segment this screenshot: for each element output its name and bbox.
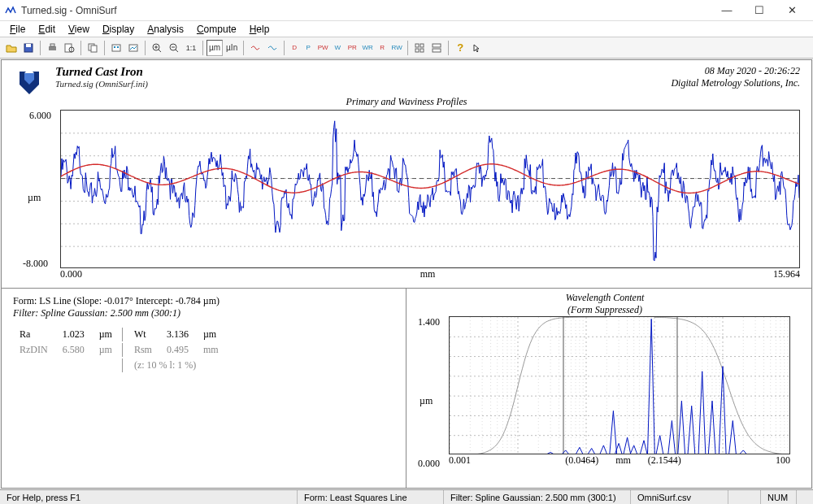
wl-ylabel: µm <box>420 394 433 406</box>
main-chart-xlabel: mm <box>82 268 773 280</box>
page-title: Turned Cast Iron <box>55 65 671 79</box>
status-help: For Help, press F1 <box>0 490 298 504</box>
btn-pw[interactable]: PW <box>315 40 330 56</box>
btn-w[interactable]: W <box>331 40 344 56</box>
titlebar: Turned.sig - OmniSurf — ☐ ✕ <box>0 0 813 21</box>
ra-unit: µm <box>94 328 120 341</box>
wl-xlabel: mm <box>615 454 631 466</box>
zoom-out-icon[interactable] <box>166 40 182 56</box>
close-button[interactable]: ✕ <box>776 1 808 20</box>
open-icon[interactable] <box>3 40 20 56</box>
svg-rect-23 <box>433 44 441 47</box>
unit-um-button[interactable]: µm <box>207 40 223 56</box>
btn-wr[interactable]: WR <box>360 40 375 56</box>
page-subtitle: Turned.sig (OmniSurf.ini) <box>55 79 671 89</box>
window-controls: — ☐ ✕ <box>711 1 808 20</box>
bottom-row: Form: LS Line (Slope: -0.017° Intercept:… <box>2 288 811 488</box>
wavelength-chart-canvas[interactable] <box>449 316 790 454</box>
wt-unit: µm <box>198 328 227 341</box>
menu-view[interactable]: View <box>62 22 96 37</box>
wl-xtick-min: 0.001 <box>449 454 471 467</box>
header-datetime: 08 May 2020 - 20:26:22 <box>671 65 800 77</box>
svg-line-17 <box>176 50 178 52</box>
svg-marker-27 <box>24 68 34 73</box>
param-note: (z: 10 % l: 1 %) <box>122 358 227 372</box>
btn-rw[interactable]: RW <box>389 40 404 56</box>
copy-icon[interactable] <box>85 40 101 56</box>
ytick-min: -8.000 <box>23 258 48 270</box>
status-num: NUM <box>761 490 797 504</box>
wavelength-title2: (Form Suppressed) <box>410 304 800 316</box>
status-filter: Filter: Spline Gaussian: 2.500 mm (300:1… <box>444 490 631 504</box>
menu-display[interactable]: Display <box>96 22 141 37</box>
menu-edit[interactable]: Edit <box>32 22 62 37</box>
menu-analysis[interactable]: Analysis <box>141 22 190 37</box>
print-icon[interactable] <box>44 40 60 56</box>
print-preview-icon[interactable] <box>61 40 77 56</box>
logo-icon <box>13 65 46 98</box>
btn-d[interactable]: D <box>288 40 301 56</box>
wt-label: Wt <box>122 328 160 341</box>
svg-rect-9 <box>114 46 115 48</box>
wl-ytick-max: 1.400 <box>418 316 440 328</box>
zoom-in-icon[interactable] <box>149 40 165 56</box>
wl-marker2: (2.1544) <box>648 454 681 466</box>
rzdin-unit: µm <box>94 343 120 357</box>
zoom-reset-icon[interactable]: 1:1 <box>183 40 199 56</box>
statusbar: For Help, press F1 Form: Least Squares L… <box>0 489 813 504</box>
btn-r[interactable]: R <box>376 40 389 56</box>
svg-rect-21 <box>415 49 419 52</box>
profile-1-icon[interactable] <box>247 40 263 56</box>
toolbar: 1:1 µm µIn D P PW W PR WR R RW ? <box>0 37 813 59</box>
settings-icon[interactable] <box>108 40 124 56</box>
wavelength-title1: Wavelength Content <box>410 292 800 304</box>
rsm-unit: mm <box>198 343 227 357</box>
main-chart[interactable]: 6.000 µm -8.000 0.000 mm 15.964 <box>13 110 800 285</box>
filter-line: Filter: Spline Gaussian: 2.500 mm (300:1… <box>13 307 394 319</box>
svg-rect-8 <box>112 45 120 51</box>
content-area: Turned Cast Iron Turned.sig (OmniSurf.in… <box>1 59 812 489</box>
rsm-label: Rsm <box>122 343 160 357</box>
xtick-max: 15.964 <box>773 268 800 280</box>
main-chart-canvas[interactable] <box>60 110 800 268</box>
ytick-max: 6.000 <box>29 110 51 122</box>
main-chart-ylabel: µm <box>28 191 41 203</box>
main-chart-title: Primary and Waviness Profiles <box>2 96 811 108</box>
unit-uin-button[interactable]: µIn <box>224 40 240 56</box>
header-row: Turned Cast Iron Turned.sig (OmniSurf.in… <box>2 60 811 99</box>
svg-rect-2 <box>49 46 56 50</box>
help-icon[interactable]: ? <box>452 40 468 56</box>
wt-value: 3.136 <box>162 328 197 341</box>
status-file: OmniSurf.csv <box>631 490 728 504</box>
menu-file[interactable]: File <box>3 22 32 37</box>
chart-options-icon[interactable] <box>125 40 141 56</box>
svg-rect-24 <box>433 49 441 52</box>
svg-rect-19 <box>415 44 419 47</box>
svg-line-13 <box>159 50 161 52</box>
svg-rect-10 <box>117 46 119 48</box>
profile-2-icon[interactable] <box>264 40 280 56</box>
layout-grid-icon[interactable] <box>411 40 428 56</box>
menu-help[interactable]: Help <box>243 22 276 37</box>
svg-rect-3 <box>50 44 54 46</box>
header-company: Digital Metrology Solutions, Inc. <box>671 77 800 89</box>
wavelength-panel: Wavelength Content (Form Suppressed) 1.4… <box>406 289 811 488</box>
btn-pr[interactable]: PR <box>345 40 359 56</box>
menu-compute[interactable]: Compute <box>190 22 243 37</box>
app-icon <box>5 5 16 16</box>
status-form: Form: Least Squares Line <box>298 490 444 504</box>
rsm-value: 0.495 <box>162 343 197 357</box>
layout-rows-icon[interactable] <box>428 40 445 56</box>
wl-marker1: (0.0464) <box>565 454 598 466</box>
maximize-button[interactable]: ☐ <box>743 1 776 20</box>
wl-xtick-max: 100 <box>776 454 790 467</box>
pointer-help-icon[interactable] <box>469 40 485 56</box>
window-title: Turned.sig - OmniSurf <box>21 5 711 16</box>
save-icon[interactable] <box>20 40 37 56</box>
ra-label: Ra <box>15 328 56 341</box>
btn-p[interactable]: P <box>302 40 315 56</box>
minimize-button[interactable]: — <box>711 1 743 20</box>
svg-rect-22 <box>420 49 424 52</box>
rzdin-label: RzDIN <box>15 343 56 357</box>
svg-rect-4 <box>65 44 72 52</box>
